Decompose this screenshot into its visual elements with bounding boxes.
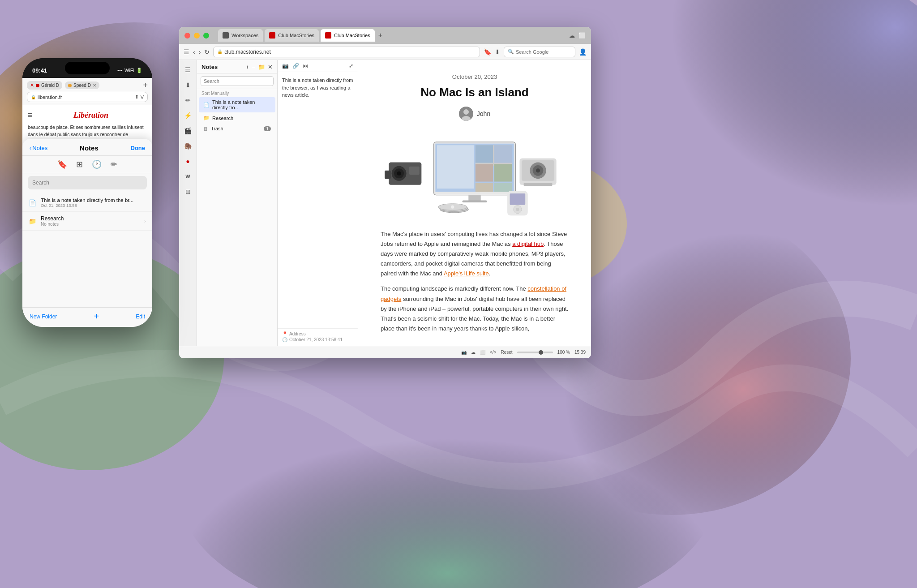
author-avatar xyxy=(459,107,473,121)
svg-rect-16 xyxy=(476,164,493,181)
iphone-tab-speed[interactable]: Speed D ✕ xyxy=(65,82,99,89)
sidebar-icon-mastodon[interactable]: 🦣 xyxy=(182,140,194,152)
sidebar-toggle-icon[interactable]: ☰ xyxy=(184,48,189,56)
iphone-url-text: liberation.fr xyxy=(38,94,133,100)
article-paragraph2: The computing landscape is markedly diff… xyxy=(381,284,569,333)
article-title: No Mac Is an Island xyxy=(381,86,569,99)
sidebar-icon-edit[interactable]: ✏ xyxy=(182,94,194,107)
note-expand-icon[interactable]: ⤢ xyxy=(349,63,353,69)
bottom-icon-code[interactable]: </> xyxy=(490,350,496,355)
notes-add-icon[interactable]: + xyxy=(246,64,249,70)
link-constellation[interactable]: constellation of gadgets xyxy=(381,285,566,302)
time-display: 15:39 xyxy=(574,350,586,355)
svg-rect-35 xyxy=(510,193,526,205)
iphone-hamburger[interactable]: ☰ xyxy=(28,112,32,118)
bottom-icon-camera[interactable]: 📷 xyxy=(461,350,467,355)
notes-sort-label: Sort Manually xyxy=(197,89,277,97)
sidebar-icon-plus[interactable]: ⊞ xyxy=(182,185,194,198)
bookmark-icon[interactable]: 🔖 xyxy=(484,48,491,56)
notes-item-research[interactable]: 📁 Research xyxy=(199,113,275,123)
note-editor-content[interactable]: This is a note taken directly from the b… xyxy=(278,72,358,328)
notes-search-input[interactable] xyxy=(201,76,274,86)
reset-label[interactable]: Reset xyxy=(501,350,512,355)
iphone-status-icons: ▪▪▪ WiFi 🔋 xyxy=(117,68,142,73)
iphone: 09:41 ▪▪▪ WiFi 🔋 ✕ Gérald D Speed D ✕ xyxy=(22,58,152,327)
zoom-slider[interactable] xyxy=(517,352,553,353)
battery-icon: 🔋 xyxy=(136,68,142,73)
svg-rect-17 xyxy=(494,164,512,181)
notes-item-research-label: Research xyxy=(212,116,233,121)
sidebar-icon-wikipedia[interactable]: W xyxy=(182,170,194,183)
svg-rect-18 xyxy=(476,183,493,192)
svg-rect-21 xyxy=(463,201,487,203)
notes-header-icons: + − 📁 ✕ xyxy=(246,64,273,70)
iphone-tab-speed-label: Speed D xyxy=(73,83,91,88)
maximize-button[interactable] xyxy=(203,33,209,39)
downloads-icon[interactable]: ⬇ xyxy=(495,48,500,56)
notes-item-note[interactable]: 📄 This is a note taken directly fro… xyxy=(199,97,275,112)
tab-workspaces-label: Workspaces xyxy=(231,33,258,38)
trash-badge: 1 xyxy=(264,126,271,131)
link-digital-hub[interactable]: a digital hub xyxy=(512,240,544,247)
iphone-status-bar: 09:41 ▪▪▪ WiFi 🔋 xyxy=(22,58,152,78)
sidebar-icon-sidebar[interactable]: ☰ xyxy=(182,64,194,76)
iphone-share-icon[interactable]: ⬆ xyxy=(135,94,139,100)
sidebar-icon-pocket[interactable]: ● xyxy=(182,155,194,167)
sidebar-icon-media[interactable]: 🎬 xyxy=(182,124,194,137)
article-date: October 20, 2023 xyxy=(381,73,569,80)
svg-point-8 xyxy=(463,109,469,115)
note-link-icon[interactable]: 🔗 xyxy=(292,63,299,69)
address-label: Address xyxy=(289,331,306,336)
note-editor-toolbar: 📷 🔗 ⏮ ⤢ xyxy=(278,60,358,72)
bottom-icon-cloud[interactable]: ☁ xyxy=(471,350,476,355)
zoom-slider-thumb[interactable] xyxy=(539,350,543,355)
iphone-tab-gerald-close[interactable]: ✕ xyxy=(30,82,34,88)
notes-minus-icon[interactable]: − xyxy=(252,64,255,70)
minimize-button[interactable] xyxy=(194,33,200,39)
reload-icon[interactable]: ↻ xyxy=(204,48,210,56)
notes-folder-icon[interactable]: 📁 xyxy=(258,64,265,70)
iphone-article-text: beaucoup de place. Et ses nombreuses sai… xyxy=(28,124,147,160)
back-icon[interactable]: ‹ xyxy=(193,48,195,56)
svg-rect-19 xyxy=(494,183,512,192)
toolbar: ☰ ‹ › ↻ 🔒 club.macstories.net 🔖 ⬇ 🔍 Sear… xyxy=(179,44,591,60)
tab-bar: Workspaces Club MacStories Club MacStori… xyxy=(218,29,562,42)
url-text: club.macstories.net xyxy=(224,49,270,55)
tab-club1[interactable]: Club MacStories xyxy=(265,29,319,42)
search-bar[interactable]: 🔍 Search Google xyxy=(504,47,575,57)
trash-icon: 🗑 xyxy=(203,126,208,131)
iphone-tab-speed-dot xyxy=(68,84,72,87)
notes-panel-header: Notes + − 📁 ✕ xyxy=(197,60,277,73)
iphone-add-tab-button[interactable]: + xyxy=(143,81,148,90)
notes-panel-title: Notes xyxy=(201,64,218,70)
iphone-article-logo: Libération xyxy=(35,111,147,120)
notes-close-icon[interactable]: ✕ xyxy=(268,64,273,70)
icloud-icon[interactable]: ☁ xyxy=(569,32,575,39)
iphone-url-bar[interactable]: 🔒 liberation.fr ⬆ V xyxy=(27,92,148,102)
address-icon: 📍 xyxy=(282,331,287,336)
tab-club2[interactable]: Club MacStories xyxy=(321,29,375,42)
iphone-article-content: ☰ Libération beaucoup de place. Et ses n… xyxy=(22,105,152,327)
svg-rect-26 xyxy=(409,167,420,175)
add-tab-button[interactable]: + xyxy=(378,31,382,39)
sidebar-icon-runner[interactable]: ⚡ xyxy=(182,109,194,122)
sidebar-icon-downloads[interactable]: ⬇ xyxy=(182,79,194,91)
bottom-icon-window[interactable]: ⬜ xyxy=(480,350,485,355)
notes-item-trash[interactable]: 🗑 Trash 1 xyxy=(199,124,275,133)
iphone-article-header: ☰ Libération xyxy=(28,111,147,120)
note-editor-footer: 📍 Address 🕐 October 21, 2023 13:58:41 xyxy=(278,328,358,346)
iphone-tab-gerald[interactable]: ✕ Gérald D xyxy=(27,81,62,90)
iphone-bookmark-icon[interactable]: V xyxy=(141,94,144,100)
note-content-text: This is a note taken directly from the b… xyxy=(282,77,353,98)
forward-icon[interactable]: › xyxy=(199,48,201,56)
link-ilife[interactable]: Apple's iLife suite xyxy=(444,270,489,277)
note-media-icon[interactable]: ⏮ xyxy=(303,63,308,69)
url-bar[interactable]: 🔒 club.macstories.net xyxy=(213,47,480,57)
tab-workspaces[interactable]: Workspaces xyxy=(218,29,263,42)
iphone-tab-speed-close[interactable]: ✕ xyxy=(93,83,96,88)
close-button[interactable] xyxy=(184,33,190,39)
profile-icon[interactable]: 👤 xyxy=(579,48,587,56)
author-avatar-svg xyxy=(459,107,473,121)
note-camera-icon[interactable]: 📷 xyxy=(282,63,289,69)
share-icon[interactable]: ⬜ xyxy=(578,32,586,39)
